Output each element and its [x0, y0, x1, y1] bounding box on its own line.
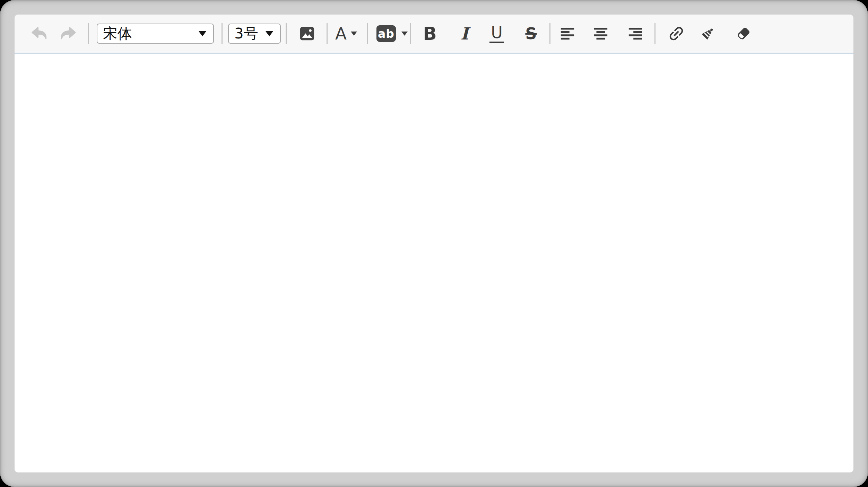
- font-size-value: 3号: [234, 26, 258, 41]
- align-center-icon: [591, 26, 610, 42]
- eraser-icon: [734, 24, 753, 43]
- format-brush-button[interactable]: [697, 19, 719, 48]
- editor-toolbar: 宋体 3号 A: [15, 15, 853, 54]
- toolbar-separator: [410, 23, 411, 44]
- highlight-color-icon: ab: [376, 25, 396, 42]
- toolbar-separator: [286, 23, 287, 44]
- redo-button[interactable]: [57, 19, 79, 48]
- italic-button[interactable]: I: [452, 19, 477, 48]
- align-right-button[interactable]: [625, 19, 646, 48]
- editor-content-area[interactable]: [15, 54, 853, 472]
- rich-text-editor: 宋体 3号 A: [15, 15, 853, 472]
- chevron-down-icon: [401, 32, 408, 36]
- eraser-button[interactable]: [732, 19, 755, 48]
- font-family-value: 宋体: [103, 26, 132, 41]
- font-size-select[interactable]: 3号: [228, 24, 281, 44]
- font-family-select[interactable]: 宋体: [97, 24, 214, 44]
- align-right-icon: [626, 26, 645, 42]
- underline-label: U: [489, 24, 504, 43]
- toolbar-separator: [222, 23, 223, 44]
- redo-icon: [58, 25, 78, 42]
- chevron-down-icon: [351, 32, 357, 36]
- font-color-button[interactable]: A: [335, 19, 364, 48]
- toolbar-separator: [327, 23, 328, 44]
- strikethrough-label: S: [525, 24, 537, 43]
- insert-image-icon: [299, 26, 315, 42]
- dropdown-caret-icon: [266, 31, 273, 36]
- bold-button[interactable]: B: [418, 19, 442, 48]
- italic-label: I: [461, 24, 468, 43]
- link-icon: [667, 24, 686, 43]
- font-color-icon: A: [335, 25, 347, 42]
- insert-image-button[interactable]: [296, 19, 318, 48]
- dropdown-caret-icon: [199, 31, 206, 36]
- underline-button[interactable]: U: [485, 19, 509, 48]
- toolbar-separator: [654, 23, 656, 44]
- editor-window: 宋体 3号 A: [0, 0, 868, 487]
- highlight-color-button[interactable]: ab: [376, 19, 408, 48]
- format-brush-icon: [698, 24, 717, 43]
- toolbar-separator: [367, 23, 368, 44]
- bold-label: B: [423, 23, 437, 44]
- strikethrough-button[interactable]: S: [519, 19, 543, 48]
- align-left-icon: [558, 26, 577, 42]
- undo-button[interactable]: [28, 19, 51, 48]
- toolbar-separator: [549, 23, 550, 44]
- align-center-button[interactable]: [590, 19, 611, 48]
- toolbar-separator: [88, 23, 89, 44]
- window-frame: 宋体 3号 A: [0, 0, 868, 487]
- align-left-button[interactable]: [557, 19, 578, 48]
- insert-link-button[interactable]: [665, 19, 687, 48]
- undo-icon: [29, 25, 50, 42]
